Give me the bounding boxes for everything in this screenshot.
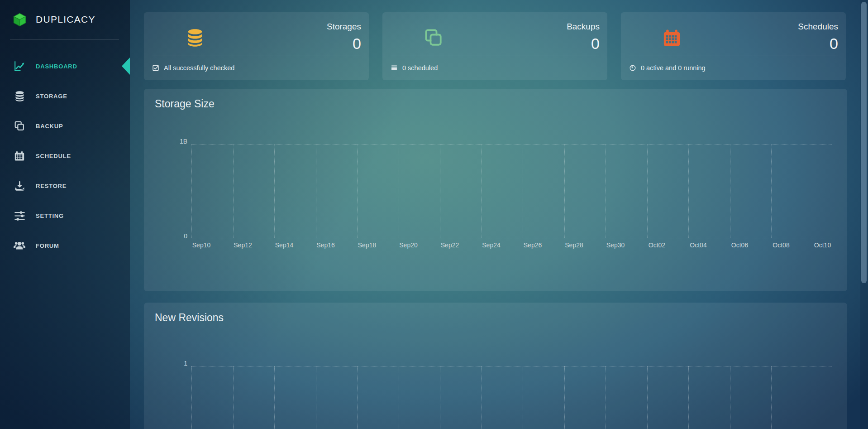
sliders-icon — [13, 210, 26, 222]
x-tick-label: Sep20 — [399, 241, 417, 249]
storages-card: Storages 0 All successfully checked — [144, 12, 369, 80]
grid-line-vertical — [564, 144, 565, 238]
grid-line-vertical — [233, 144, 234, 238]
grid-line-vertical — [813, 366, 813, 429]
stat-footer-text: All successfully checked — [164, 64, 234, 72]
y-tick-label: 1 — [184, 360, 187, 367]
scrollbar-thumb[interactable] — [861, 2, 867, 283]
sidebar-item-label: FORUM — [36, 242, 59, 249]
sidebar-item-label: STORAGE — [36, 93, 67, 100]
new-revisions-chart: 1 — [191, 366, 832, 429]
stat-label: Storages — [327, 22, 361, 31]
download-tray-icon — [13, 180, 26, 192]
x-tick-label: Oct06 — [731, 241, 748, 249]
stat-value: 0 — [798, 35, 838, 52]
grid-line-vertical — [482, 144, 482, 238]
stat-caption: Backups 0 — [567, 22, 600, 52]
x-tick-label: Sep24 — [482, 241, 500, 249]
grid-line-vertical — [191, 144, 192, 238]
users-icon — [13, 239, 26, 252]
database-icon — [13, 90, 26, 102]
x-tick-label: Sep16 — [316, 241, 334, 249]
sidebar-item-label: BACKUP — [36, 123, 63, 130]
grid-line-vertical — [606, 144, 606, 238]
sidebar-item-schedule[interactable]: SCHEDULE — [0, 141, 130, 171]
stat-label: Schedules — [798, 22, 838, 31]
x-tick-label: Oct04 — [690, 241, 706, 249]
grid-line-vertical — [523, 366, 523, 429]
grid-line-vertical — [357, 366, 358, 429]
grid-line-vertical — [357, 144, 358, 238]
grid-line-vertical — [482, 366, 482, 429]
grid-line-vertical — [233, 366, 234, 429]
panel-title: New Revisions — [155, 312, 224, 324]
y-tick-label: 1B — [180, 138, 187, 145]
storage-size-chart: 1B 0 Sep10Sep12Sep14Sep16Sep18Sep20Sep22… — [191, 144, 832, 238]
grid-line-vertical — [730, 366, 730, 429]
grid-line-vertical — [647, 144, 648, 238]
schedules-card: Schedules 0 0 active and 0 running — [621, 12, 846, 80]
divider — [10, 39, 119, 39]
copy-icon — [13, 120, 26, 132]
brand-name: DUPLICACY — [36, 14, 95, 25]
grid-line-vertical — [688, 144, 689, 238]
sidebar-item-label: SCHEDULE — [36, 153, 71, 159]
x-tick-label: Sep18 — [358, 241, 376, 249]
grid-line-vertical — [647, 366, 648, 429]
copy-icon — [423, 27, 444, 48]
grid-line-horizontal — [191, 144, 832, 145]
grid-line-vertical — [523, 144, 523, 238]
x-tick-label: Oct02 — [649, 241, 665, 249]
sidebar-nav: DASHBOARD STORAGE — [0, 51, 130, 260]
grid-line-vertical — [399, 366, 399, 429]
calendar-icon — [662, 27, 682, 48]
stat-footer-text: 0 active and 0 running — [641, 64, 706, 72]
grid-line-vertical — [606, 366, 606, 429]
sidebar-item-dashboard[interactable]: DASHBOARD — [0, 51, 130, 81]
active-item-arrow-icon — [122, 58, 130, 75]
calendar-icon — [13, 150, 26, 162]
grid-line-vertical — [274, 366, 275, 429]
grid-line-horizontal — [191, 366, 832, 366]
grid-line-vertical — [399, 144, 399, 238]
grid-line-vertical — [813, 144, 813, 238]
backups-card: Backups 0 0 scheduled — [382, 12, 607, 80]
grid-line-vertical — [440, 144, 440, 238]
grid-line-vertical — [440, 366, 440, 429]
grid-line-vertical — [771, 144, 772, 238]
x-tick-label: Oct10 — [814, 241, 831, 249]
x-tick-label: Sep14 — [275, 241, 293, 249]
stat-caption: Storages 0 — [327, 22, 361, 52]
brand[interactable]: DUPLICACY — [0, 0, 130, 39]
stat-footer: 0 active and 0 running — [629, 56, 838, 80]
stat-footer: All successfully checked — [152, 56, 361, 80]
grid-line-vertical — [316, 366, 316, 429]
sidebar-item-backup[interactable]: BACKUP — [0, 111, 130, 141]
x-tick-label: Sep12 — [234, 241, 252, 249]
x-tick-label: Sep10 — [192, 241, 210, 249]
grid-line-vertical — [564, 366, 565, 429]
stat-footer-text: 0 scheduled — [402, 64, 438, 72]
grid-line-vertical — [771, 366, 772, 429]
x-tick-label: Sep26 — [524, 241, 542, 249]
grid-line-vertical — [191, 366, 192, 429]
list-icon — [391, 64, 398, 72]
new-revisions-panel: New Revisions 1 — [144, 303, 847, 429]
grid-line-vertical — [688, 366, 689, 429]
stat-label: Backups — [567, 22, 600, 31]
scrollbar-track[interactable] — [860, 0, 868, 429]
duplicacy-dashboard: DUPLICACY DASHBOARD — [0, 0, 868, 429]
x-tick-label: Sep22 — [441, 241, 459, 249]
panel-title: Storage Size — [155, 98, 215, 110]
sidebar-item-storage[interactable]: STORAGE — [0, 81, 130, 111]
database-icon — [185, 27, 205, 48]
clock-icon — [629, 64, 636, 72]
sidebar-item-forum[interactable]: FORUM — [0, 231, 130, 260]
x-tick-label: Sep28 — [565, 241, 583, 249]
sidebar-item-restore[interactable]: RESTORE — [0, 171, 130, 201]
stat-footer: 0 scheduled — [391, 56, 599, 80]
sidebar-item-label: DASHBOARD — [36, 63, 77, 70]
x-tick-label: Sep30 — [606, 241, 625, 249]
storage-size-panel: Storage Size 1B 0 Sep10Sep12Sep14Sep16Se… — [144, 89, 847, 291]
sidebar-item-setting[interactable]: SETTING — [0, 201, 130, 231]
